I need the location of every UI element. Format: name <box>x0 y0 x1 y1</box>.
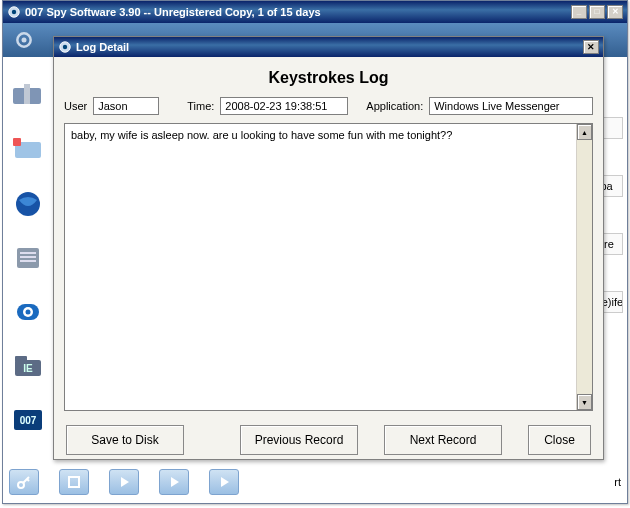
bottom-btn-5[interactable] <box>209 469 239 495</box>
svg-text:007: 007 <box>20 415 37 426</box>
sidebar-icon-007[interactable]: 007 <box>9 405 47 435</box>
log-textarea[interactable]: baby, my wife is asleep now. are u looki… <box>65 124 576 410</box>
svg-marker-24 <box>171 477 179 487</box>
toolbar-gear-icon[interactable] <box>9 26 39 54</box>
svg-rect-10 <box>20 252 36 254</box>
sidebar-icon-tools[interactable] <box>9 81 47 111</box>
minimize-button[interactable]: _ <box>571 5 587 19</box>
dialog-body: Keystrokes Log User Time: Application: b… <box>54 57 603 465</box>
dialog-title: Log Detail <box>76 41 129 53</box>
svg-rect-22 <box>69 477 79 487</box>
user-field[interactable] <box>93 97 159 115</box>
sidebar-icon-files[interactable]: IE <box>9 351 47 381</box>
app-icon <box>7 5 21 19</box>
time-field[interactable] <box>220 97 348 115</box>
maximize-button[interactable]: □ <box>589 5 605 19</box>
bottom-btn-key[interactable] <box>9 469 39 495</box>
svg-point-15 <box>26 310 31 315</box>
svg-rect-12 <box>20 260 36 262</box>
next-record-button[interactable]: Next Record <box>384 425 502 455</box>
svg-rect-11 <box>20 256 36 258</box>
fields-row: User Time: Application: <box>64 97 593 115</box>
close-window-button[interactable]: ✕ <box>607 5 623 19</box>
svg-rect-5 <box>24 84 30 104</box>
main-window-title: 007 Spy Software 3.90 -- Unregistered Co… <box>25 6 321 18</box>
log-textarea-wrap: baby, my wife is asleep now. are u looki… <box>64 123 593 411</box>
save-button[interactable]: Save to Disk <box>66 425 184 455</box>
previous-record-button[interactable]: Previous Record <box>240 425 358 455</box>
log-detail-dialog: Log Detail ✕ Keystrokes Log User Time: A… <box>53 36 604 460</box>
dialog-app-icon <box>58 40 72 54</box>
bottom-btn-3[interactable] <box>109 469 139 495</box>
dialog-close-button[interactable]: ✕ <box>583 40 599 54</box>
svg-rect-7 <box>13 138 21 146</box>
bottom-right-text: rt <box>614 476 621 488</box>
dialog-titlebar: Log Detail ✕ <box>54 37 603 57</box>
bottom-btn-4[interactable] <box>159 469 189 495</box>
bottom-btn-2[interactable] <box>59 469 89 495</box>
application-label: Application: <box>366 100 423 112</box>
svg-text:IE: IE <box>23 363 33 374</box>
scrollbar[interactable]: ▲ ▼ <box>576 124 592 410</box>
scroll-down-button[interactable]: ▼ <box>577 394 592 410</box>
svg-point-3 <box>22 38 27 43</box>
sidebar-icon-capture[interactable] <box>9 135 47 165</box>
svg-marker-25 <box>221 477 229 487</box>
sidebar: IE 007 <box>9 81 53 435</box>
user-label: User <box>64 100 87 112</box>
close-button[interactable]: Close <box>528 425 591 455</box>
svg-point-1 <box>12 10 16 14</box>
dialog-button-row: Save to Disk Previous Record Next Record… <box>64 425 593 455</box>
svg-point-27 <box>63 45 67 49</box>
bottom-toolbar: rt <box>9 467 621 497</box>
sidebar-icon-globe[interactable] <box>9 189 47 219</box>
application-field[interactable] <box>429 97 593 115</box>
dialog-heading: Keystrokes Log <box>64 69 593 87</box>
time-label: Time: <box>187 100 214 112</box>
svg-rect-17 <box>15 356 27 362</box>
scroll-up-button[interactable]: ▲ <box>577 124 592 140</box>
main-titlebar: 007 Spy Software 3.90 -- Unregistered Co… <box>3 1 627 23</box>
svg-marker-23 <box>121 477 129 487</box>
sidebar-icon-document[interactable] <box>9 243 47 273</box>
sidebar-icon-webcam[interactable] <box>9 297 47 327</box>
